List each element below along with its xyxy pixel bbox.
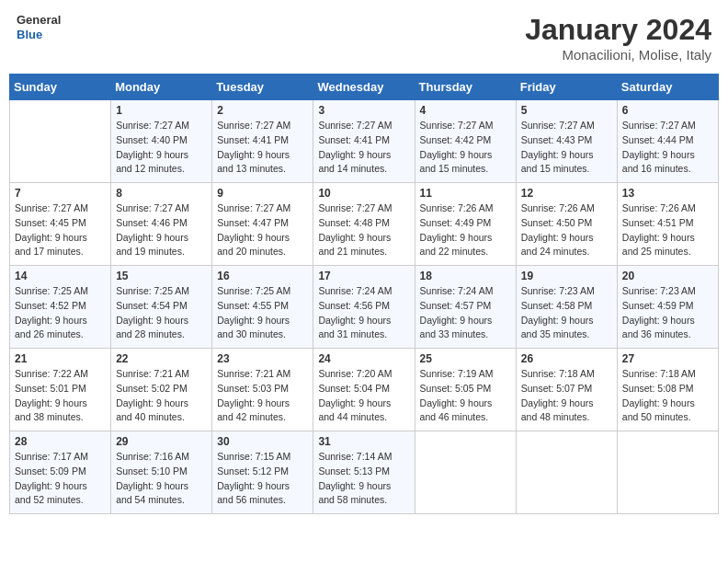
calendar-cell: 29Sunrise: 7:16 AMSunset: 5:10 PMDayligh… xyxy=(111,431,212,514)
calendar-cell: 30Sunrise: 7:15 AMSunset: 5:12 PMDayligh… xyxy=(212,431,313,514)
weekday-header-row: SundayMondayTuesdayWednesdayThursdayFrid… xyxy=(10,75,719,100)
day-info: Sunrise: 7:24 AMSunset: 4:56 PMDaylight:… xyxy=(318,284,409,342)
location-title: Monacilioni, Molise, Italy xyxy=(525,47,711,63)
day-number: 18 xyxy=(420,270,511,282)
page-header: General Blue General Blue January 2024 M… xyxy=(9,9,719,66)
day-number: 21 xyxy=(15,352,106,365)
day-number: 17 xyxy=(318,270,409,282)
calendar-cell: 18Sunrise: 7:24 AMSunset: 4:57 PMDayligh… xyxy=(415,266,516,349)
calendar-cell: 25Sunrise: 7:19 AMSunset: 5:05 PMDayligh… xyxy=(415,349,516,431)
day-info: Sunrise: 7:27 AMSunset: 4:41 PMDaylight:… xyxy=(217,119,308,177)
day-info: Sunrise: 7:25 AMSunset: 4:54 PMDaylight:… xyxy=(116,284,207,342)
day-number: 7 xyxy=(15,187,106,200)
day-number: 14 xyxy=(15,270,106,282)
day-number: 8 xyxy=(116,187,207,200)
calendar-cell: 20Sunrise: 7:23 AMSunset: 4:59 PMDayligh… xyxy=(617,266,718,349)
day-number: 26 xyxy=(521,352,612,365)
calendar-cell: 26Sunrise: 7:18 AMSunset: 5:07 PMDayligh… xyxy=(516,349,617,431)
weekday-header-tuesday: Tuesday xyxy=(212,75,313,100)
calendar-cell xyxy=(617,431,718,514)
day-number: 30 xyxy=(217,435,308,448)
day-info: Sunrise: 7:22 AMSunset: 5:01 PMDaylight:… xyxy=(15,367,106,425)
day-number: 31 xyxy=(318,435,409,448)
logo: General Blue General Blue xyxy=(17,13,61,41)
calendar-cell: 24Sunrise: 7:20 AMSunset: 5:04 PMDayligh… xyxy=(313,349,415,431)
day-info: Sunrise: 7:21 AMSunset: 5:02 PMDaylight:… xyxy=(116,367,207,425)
day-info: Sunrise: 7:23 AMSunset: 4:59 PMDaylight:… xyxy=(622,284,713,342)
day-number: 2 xyxy=(217,104,308,117)
day-info: Sunrise: 7:23 AMSunset: 4:58 PMDaylight:… xyxy=(521,284,612,342)
day-info: Sunrise: 7:25 AMSunset: 4:52 PMDaylight:… xyxy=(15,284,106,342)
calendar-cell: 31Sunrise: 7:14 AMSunset: 5:13 PMDayligh… xyxy=(313,431,415,514)
day-info: Sunrise: 7:27 AMSunset: 4:46 PMDaylight:… xyxy=(116,201,207,259)
day-info: Sunrise: 7:27 AMSunset: 4:41 PMDaylight:… xyxy=(318,119,409,177)
day-number: 28 xyxy=(15,435,106,448)
title-block: January 2024 Monacilioni, Molise, Italy xyxy=(525,13,711,63)
calendar-cell: 9Sunrise: 7:27 AMSunset: 4:47 PMDaylight… xyxy=(212,183,313,266)
day-info: Sunrise: 7:17 AMSunset: 5:09 PMDaylight:… xyxy=(15,450,106,508)
calendar-week-1: 1Sunrise: 7:27 AMSunset: 4:40 PMDaylight… xyxy=(10,100,719,183)
calendar-cell: 27Sunrise: 7:18 AMSunset: 5:08 PMDayligh… xyxy=(617,349,718,431)
day-number: 11 xyxy=(420,187,511,200)
day-number: 19 xyxy=(521,270,612,282)
day-info: Sunrise: 7:25 AMSunset: 4:55 PMDaylight:… xyxy=(217,284,308,342)
day-info: Sunrise: 7:14 AMSunset: 5:13 PMDaylight:… xyxy=(318,450,409,508)
day-info: Sunrise: 7:18 AMSunset: 5:08 PMDaylight:… xyxy=(622,367,713,425)
logo-general: General xyxy=(17,13,61,27)
day-info: Sunrise: 7:16 AMSunset: 5:10 PMDaylight:… xyxy=(116,450,207,508)
day-info: Sunrise: 7:15 AMSunset: 5:12 PMDaylight:… xyxy=(217,450,308,508)
weekday-header-friday: Friday xyxy=(516,75,617,100)
weekday-header-sunday: Sunday xyxy=(10,75,111,100)
calendar-cell: 12Sunrise: 7:26 AMSunset: 4:50 PMDayligh… xyxy=(516,183,617,266)
weekday-header-wednesday: Wednesday xyxy=(313,75,415,100)
day-info: Sunrise: 7:24 AMSunset: 4:57 PMDaylight:… xyxy=(420,284,511,342)
day-number: 23 xyxy=(217,352,308,365)
calendar-cell: 23Sunrise: 7:21 AMSunset: 5:03 PMDayligh… xyxy=(212,349,313,431)
calendar-cell: 22Sunrise: 7:21 AMSunset: 5:02 PMDayligh… xyxy=(111,349,212,431)
logo-blue: Blue xyxy=(17,28,42,41)
day-info: Sunrise: 7:26 AMSunset: 4:51 PMDaylight:… xyxy=(622,201,713,259)
day-info: Sunrise: 7:27 AMSunset: 4:43 PMDaylight:… xyxy=(521,119,612,177)
calendar-cell: 16Sunrise: 7:25 AMSunset: 4:55 PMDayligh… xyxy=(212,266,313,349)
calendar-cell: 17Sunrise: 7:24 AMSunset: 4:56 PMDayligh… xyxy=(313,266,415,349)
day-info: Sunrise: 7:27 AMSunset: 4:48 PMDaylight:… xyxy=(318,201,409,259)
day-number: 6 xyxy=(622,104,713,117)
day-number: 1 xyxy=(116,104,207,117)
calendar-week-3: 14Sunrise: 7:25 AMSunset: 4:52 PMDayligh… xyxy=(10,266,719,349)
day-number: 13 xyxy=(622,187,713,200)
calendar-cell: 13Sunrise: 7:26 AMSunset: 4:51 PMDayligh… xyxy=(617,183,718,266)
calendar-cell xyxy=(516,431,617,514)
calendar-week-5: 28Sunrise: 7:17 AMSunset: 5:09 PMDayligh… xyxy=(10,431,719,514)
day-number: 4 xyxy=(420,104,511,117)
calendar-cell: 15Sunrise: 7:25 AMSunset: 4:54 PMDayligh… xyxy=(111,266,212,349)
calendar-cell: 19Sunrise: 7:23 AMSunset: 4:58 PMDayligh… xyxy=(516,266,617,349)
day-info: Sunrise: 7:26 AMSunset: 4:50 PMDaylight:… xyxy=(521,201,612,259)
day-number: 9 xyxy=(217,187,308,200)
calendar-cell: 14Sunrise: 7:25 AMSunset: 4:52 PMDayligh… xyxy=(10,266,111,349)
day-info: Sunrise: 7:27 AMSunset: 4:40 PMDaylight:… xyxy=(116,119,207,177)
day-number: 22 xyxy=(116,352,207,365)
day-info: Sunrise: 7:20 AMSunset: 5:04 PMDaylight:… xyxy=(318,367,409,425)
day-number: 15 xyxy=(116,270,207,282)
calendar-cell: 10Sunrise: 7:27 AMSunset: 4:48 PMDayligh… xyxy=(313,183,415,266)
day-number: 5 xyxy=(521,104,612,117)
day-info: Sunrise: 7:27 AMSunset: 4:44 PMDaylight:… xyxy=(622,119,713,177)
calendar-cell xyxy=(415,431,516,514)
day-info: Sunrise: 7:21 AMSunset: 5:03 PMDaylight:… xyxy=(217,367,308,425)
day-info: Sunrise: 7:19 AMSunset: 5:05 PMDaylight:… xyxy=(420,367,511,425)
calendar-cell: 11Sunrise: 7:26 AMSunset: 4:49 PMDayligh… xyxy=(415,183,516,266)
day-number: 10 xyxy=(318,187,409,200)
month-title: January 2024 xyxy=(525,13,711,47)
day-info: Sunrise: 7:18 AMSunset: 5:07 PMDaylight:… xyxy=(521,367,612,425)
day-number: 24 xyxy=(318,352,409,365)
calendar-week-2: 7Sunrise: 7:27 AMSunset: 4:45 PMDaylight… xyxy=(10,183,719,266)
weekday-header-monday: Monday xyxy=(111,75,212,100)
day-number: 29 xyxy=(116,435,207,448)
day-number: 3 xyxy=(318,104,409,117)
calendar-cell: 1Sunrise: 7:27 AMSunset: 4:40 PMDaylight… xyxy=(111,100,212,183)
day-number: 27 xyxy=(622,352,713,365)
day-info: Sunrise: 7:27 AMSunset: 4:45 PMDaylight:… xyxy=(15,201,106,259)
weekday-header-thursday: Thursday xyxy=(415,75,516,100)
calendar-cell: 6Sunrise: 7:27 AMSunset: 4:44 PMDaylight… xyxy=(617,100,718,183)
day-info: Sunrise: 7:27 AMSunset: 4:42 PMDaylight:… xyxy=(420,119,511,177)
